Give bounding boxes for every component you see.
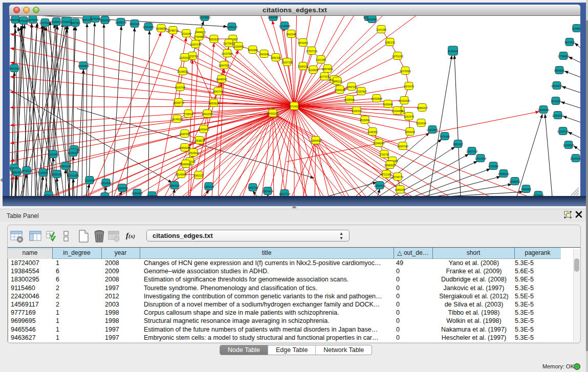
svg-text:1019189: 1019189 xyxy=(181,32,191,35)
svg-text:3322386: 3322386 xyxy=(316,58,326,61)
svg-text:16947830: 16947830 xyxy=(219,64,230,67)
svg-text:19017734: 19017734 xyxy=(279,192,290,195)
svg-text:6420686: 6420686 xyxy=(367,18,377,21)
svg-text:16149361: 16149361 xyxy=(176,173,187,176)
svg-text:14275203: 14275203 xyxy=(27,18,38,21)
svg-text:19836388: 19836388 xyxy=(99,19,111,22)
svg-text:9893824: 9893824 xyxy=(209,102,219,105)
svg-text:15198153: 15198153 xyxy=(177,70,188,73)
svg-text:12087340: 12087340 xyxy=(397,145,408,148)
svg-text:23538074: 23538074 xyxy=(194,139,205,142)
svg-text:9953167: 9953167 xyxy=(453,143,463,146)
svg-text:17287807: 17287807 xyxy=(356,90,367,93)
svg-text:8986110: 8986110 xyxy=(332,80,342,83)
svg-text:19098556: 19098556 xyxy=(156,27,167,30)
svg-text:6540741: 6540741 xyxy=(213,90,223,93)
svg-text:1241284: 1241284 xyxy=(376,28,386,31)
svg-text:22439587: 22439587 xyxy=(563,144,574,147)
svg-text:8188594: 8188594 xyxy=(344,98,355,101)
svg-text:13546466: 13546466 xyxy=(538,108,549,112)
svg-text:1653531: 1653531 xyxy=(209,38,219,41)
svg-text:4743069: 4743069 xyxy=(488,165,498,168)
svg-text:19095773: 19095773 xyxy=(173,101,184,104)
svg-text:2054043: 2054043 xyxy=(405,130,415,134)
svg-text:16860207: 16860207 xyxy=(417,106,428,110)
svg-text:18366963: 18366963 xyxy=(180,163,191,166)
svg-text:23447169: 23447169 xyxy=(346,85,357,89)
svg-text:18874652: 18874652 xyxy=(322,68,333,71)
svg-text:21012166: 21012166 xyxy=(68,174,79,177)
svg-text:14401657: 14401657 xyxy=(268,16,279,19)
svg-text:21433649: 21433649 xyxy=(427,128,438,132)
svg-text:23826523: 23826523 xyxy=(374,184,385,187)
svg-text:10848230: 10848230 xyxy=(498,172,509,176)
svg-text:20161026: 20161026 xyxy=(399,99,410,102)
svg-text:20580115: 20580115 xyxy=(226,26,237,29)
svg-text:18795716: 18795716 xyxy=(167,29,179,32)
svg-text:13146585: 13146585 xyxy=(279,25,290,28)
svg-text:11459463: 11459463 xyxy=(198,128,209,131)
svg-text:1385239: 1385239 xyxy=(204,185,214,188)
svg-text:10344146: 10344146 xyxy=(334,89,345,92)
svg-text:6128434: 6128434 xyxy=(448,50,458,53)
svg-text:1108894: 1108894 xyxy=(572,27,580,30)
svg-text:21353914: 21353914 xyxy=(179,56,190,59)
svg-text:22053595: 22053595 xyxy=(48,153,59,156)
svg-text:17796882: 17796882 xyxy=(558,55,569,58)
svg-text:5439648: 5439648 xyxy=(383,103,393,106)
svg-text:18724007: 18724007 xyxy=(289,105,300,108)
svg-text:18096865: 18096865 xyxy=(78,64,89,68)
svg-text:19093688: 19093688 xyxy=(371,97,382,100)
svg-text:8106768: 8106768 xyxy=(175,86,185,89)
svg-text:3874052: 3874052 xyxy=(298,41,308,45)
svg-text:8721369: 8721369 xyxy=(381,173,391,176)
svg-text:20994697: 20994697 xyxy=(132,192,143,195)
svg-text:9153634: 9153634 xyxy=(416,122,426,125)
svg-text:22806289: 22806289 xyxy=(179,146,190,149)
svg-text:19586522: 19586522 xyxy=(384,164,396,167)
svg-text:3261579: 3261579 xyxy=(404,115,414,118)
svg-text:13910648: 13910648 xyxy=(100,182,112,185)
svg-text:18300295: 18300295 xyxy=(267,112,278,115)
svg-text:20744773: 20744773 xyxy=(392,176,403,179)
svg-text:19448347: 19448347 xyxy=(216,78,227,81)
svg-text:22570529: 22570529 xyxy=(39,21,51,25)
svg-text:12414394: 12414394 xyxy=(475,157,486,160)
svg-text:7674349: 7674349 xyxy=(440,135,450,138)
svg-text:9816145: 9816145 xyxy=(129,23,140,26)
svg-text:9082309: 9082309 xyxy=(271,56,281,59)
svg-text:24751200: 24751200 xyxy=(392,55,403,58)
svg-text:6994562: 6994562 xyxy=(554,69,564,72)
svg-text:15375853: 15375853 xyxy=(199,16,210,19)
svg-text:11318461: 11318461 xyxy=(233,45,244,48)
svg-text:9034686: 9034686 xyxy=(248,49,258,52)
svg-text:2580963: 2580963 xyxy=(12,171,22,174)
svg-text:12344269: 12344269 xyxy=(373,142,384,145)
svg-text:15165337: 15165337 xyxy=(68,151,79,155)
svg-text:18034339: 18034339 xyxy=(570,157,580,160)
svg-text:2943646: 2943646 xyxy=(259,53,269,56)
svg-text:13805018: 13805018 xyxy=(117,187,128,190)
svg-text:20334454: 20334454 xyxy=(391,110,403,113)
svg-text:6368105: 6368105 xyxy=(52,173,62,176)
svg-text:15588301: 15588301 xyxy=(509,180,520,183)
svg-text:23874404: 23874404 xyxy=(262,190,273,193)
svg-text:22507109: 22507109 xyxy=(466,150,477,153)
svg-text:3148352: 3148352 xyxy=(367,130,378,134)
svg-text:20615450: 20615450 xyxy=(143,26,154,29)
svg-text:8539591: 8539591 xyxy=(360,119,370,122)
svg-text:23137564: 23137564 xyxy=(222,52,233,55)
svg-text:3642648: 3642648 xyxy=(286,33,296,36)
svg-text:24148116: 24148116 xyxy=(171,118,183,121)
svg-text:11014145: 11014145 xyxy=(557,130,569,133)
svg-text:5308102: 5308102 xyxy=(298,65,308,68)
svg-text:22176301: 22176301 xyxy=(400,70,411,73)
svg-text:8389269: 8389269 xyxy=(395,188,405,191)
svg-text:19085076: 19085076 xyxy=(115,21,126,24)
svg-text:20037339: 20037339 xyxy=(281,61,293,64)
svg-text:23833160: 23833160 xyxy=(60,165,71,168)
svg-text:16396513: 16396513 xyxy=(51,20,62,24)
svg-text:1705792: 1705792 xyxy=(379,153,389,156)
svg-text:9837869: 9837869 xyxy=(564,41,575,44)
svg-text:17394887: 17394887 xyxy=(193,35,205,38)
